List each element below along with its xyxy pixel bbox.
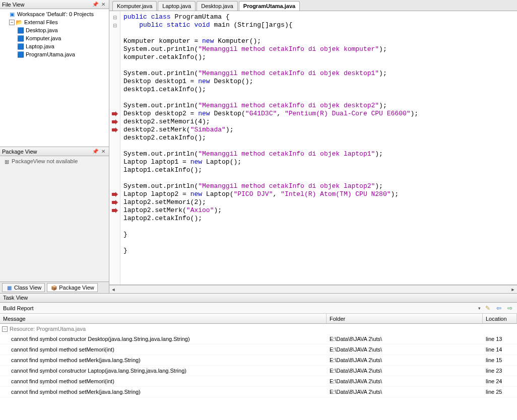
resource-label: Resource: ProgramUtama.java xyxy=(10,326,86,332)
java-file-icon: 🟦 xyxy=(17,51,24,58)
java-file-icon: 🟦 xyxy=(17,35,24,42)
error-folder: E:\Data\8\JAVA 2\uts\ xyxy=(327,346,483,353)
package-tab-icon: 📦 xyxy=(50,284,57,291)
horizontal-scrollbar[interactable]: ◄ ► xyxy=(109,285,517,293)
package-view-title: Package View xyxy=(2,149,91,155)
file-label: Laptop.java xyxy=(26,43,54,49)
svg-marker-4 xyxy=(112,200,118,205)
class-icon: ▦ xyxy=(6,284,13,291)
svg-marker-2 xyxy=(112,127,118,132)
workspace-icon: ▣ xyxy=(9,11,16,18)
code-editor[interactable]: ⊟⊟ public class ProgramUtama { public st… xyxy=(109,11,517,285)
collapse-icon[interactable]: − xyxy=(9,20,15,25)
error-folder: E:\Data\8\JAVA 2\uts\ xyxy=(327,336,483,342)
collapse-icon[interactable]: − xyxy=(2,326,8,332)
close-icon[interactable]: ✕ xyxy=(100,148,107,155)
file-node[interactable]: 🟦 Desktop.java xyxy=(0,26,109,34)
package-icon: ⊞ xyxy=(3,158,10,165)
forward-arrow-icon[interactable]: ⇨ xyxy=(506,304,514,312)
error-row[interactable]: cannot find symbol method setMemori(int)… xyxy=(0,344,517,355)
error-row[interactable]: cannot find symbol constructor Laptop(ja… xyxy=(0,366,517,376)
task-rows: − Resource: ProgramUtama.java cannot fin… xyxy=(0,324,517,420)
error-marker-icon[interactable] xyxy=(109,190,120,198)
error-row[interactable]: cannot find symbol method setMemori(int)… xyxy=(0,376,517,387)
error-location: line 15 xyxy=(483,357,517,363)
error-marker-icon[interactable] xyxy=(109,126,120,134)
folder-icon: 📂 xyxy=(16,19,23,26)
dropdown-icon[interactable]: ▾ xyxy=(478,306,481,311)
fold-icon[interactable]: ⊟ xyxy=(109,13,120,21)
error-location: line 14 xyxy=(483,346,517,353)
error-marker-icon[interactable] xyxy=(109,118,120,126)
error-marker-icon[interactable] xyxy=(109,198,120,206)
error-location: line 23 xyxy=(483,368,517,374)
package-view-tab[interactable]: 📦 Package View xyxy=(47,283,98,292)
java-file-icon: 🟦 xyxy=(17,27,24,34)
task-view-title: Task View xyxy=(3,295,28,301)
svg-marker-3 xyxy=(112,192,118,197)
task-view-header: Task View xyxy=(0,294,517,303)
file-view-header: File View 📌 ✕ xyxy=(0,0,109,9)
build-report-label: Build Report xyxy=(3,305,34,311)
file-node[interactable]: 🟦 ProgramUtama.java xyxy=(0,50,109,58)
error-folder: E:\Data\8\JAVA 2\uts\ xyxy=(327,378,483,384)
package-view-body: ⊞ PackageView not available xyxy=(0,156,109,282)
file-label: ProgramUtama.java xyxy=(26,51,75,57)
scroll-left-icon[interactable]: ◄ xyxy=(109,286,117,294)
tab-laptop[interactable]: Laptop.java xyxy=(158,1,196,11)
file-label: Komputer.java xyxy=(26,35,61,41)
svg-marker-0 xyxy=(112,111,118,116)
error-marker-icon[interactable] xyxy=(109,206,120,215)
svg-marker-5 xyxy=(112,208,118,213)
close-icon[interactable]: ✕ xyxy=(100,1,107,8)
error-message: cannot find symbol method setMemori(int) xyxy=(0,346,327,353)
file-view-title: File View xyxy=(2,2,91,8)
back-arrow-icon[interactable]: ⇦ xyxy=(495,304,503,312)
error-folder: E:\Data\8\JAVA 2\uts\ xyxy=(327,368,483,374)
error-row[interactable]: cannot find symbol method setMerk(java.l… xyxy=(0,355,517,366)
package-msg: PackageView not available xyxy=(12,158,78,164)
error-row[interactable]: cannot find symbol constructor Desktop(j… xyxy=(0,334,517,344)
col-folder[interactable]: Folder xyxy=(327,314,483,323)
error-location: line 24 xyxy=(483,378,517,384)
package-view-tab-label: Package View xyxy=(59,285,94,291)
tab-desktop[interactable]: Desktop.java xyxy=(197,1,238,11)
workspace-label: Workspace 'Default': 0 Projects xyxy=(17,11,94,17)
class-view-tab[interactable]: ▦ Class View xyxy=(2,283,45,292)
workspace-node[interactable]: ▣ Workspace 'Default': 0 Projects xyxy=(0,10,109,18)
pin-icon[interactable]: 📌 xyxy=(92,1,99,8)
error-message: cannot find symbol constructor Laptop(ja… xyxy=(0,368,327,374)
package-view-header: Package View 📌 ✕ xyxy=(0,147,109,156)
error-location: line 13 xyxy=(483,336,517,342)
error-folder: E:\Data\8\JAVA 2\uts\ xyxy=(327,357,483,363)
pin-icon[interactable]: 📌 xyxy=(92,148,99,155)
editor-tabs: Komputer.java Laptop.java Desktop.java P… xyxy=(109,0,517,11)
error-location: line 25 xyxy=(483,389,517,395)
tab-programutama[interactable]: ProgramUtama.java xyxy=(239,1,300,11)
task-col-headers: Message Folder Location xyxy=(0,314,517,324)
class-view-label: Class View xyxy=(14,285,41,291)
resource-row[interactable]: − Resource: ProgramUtama.java xyxy=(0,324,517,334)
col-location[interactable]: Location xyxy=(483,314,517,323)
task-toolbar: Build Report ▾ ✎ ⇦ ⇨ xyxy=(0,303,517,314)
error-message: cannot find symbol method setMerk(java.l… xyxy=(0,389,327,395)
error-row[interactable]: cannot find symbol method setMerk(java.l… xyxy=(0,387,517,397)
tab-komputer[interactable]: Komputer.java xyxy=(112,1,157,11)
code-content[interactable]: public class ProgramUtama { public stati… xyxy=(120,11,517,285)
editor-gutter: ⊟⊟ xyxy=(109,11,120,285)
error-message: cannot find symbol method setMemori(int) xyxy=(0,378,327,384)
error-marker-icon[interactable] xyxy=(109,110,120,118)
file-node[interactable]: 🟦 Komputer.java xyxy=(0,34,109,42)
file-label: Desktop.java xyxy=(26,27,58,33)
col-message[interactable]: Message xyxy=(0,314,327,323)
fold-icon[interactable]: ⊟ xyxy=(109,21,120,29)
external-files-label: External Files xyxy=(24,19,58,25)
svg-marker-1 xyxy=(112,119,118,124)
error-folder: E:\Data\8\JAVA 2\uts\ xyxy=(327,389,483,395)
error-message: cannot find symbol method setMerk(java.l… xyxy=(0,357,327,363)
edit-icon[interactable]: ✎ xyxy=(484,304,492,312)
external-files-node[interactable]: − 📂 External Files xyxy=(0,18,109,26)
scroll-right-icon[interactable]: ► xyxy=(509,286,517,294)
file-node[interactable]: 🟦 Laptop.java xyxy=(0,42,109,50)
file-tree[interactable]: ▣ Workspace 'Default': 0 Projects − 📂 Ex… xyxy=(0,9,109,147)
